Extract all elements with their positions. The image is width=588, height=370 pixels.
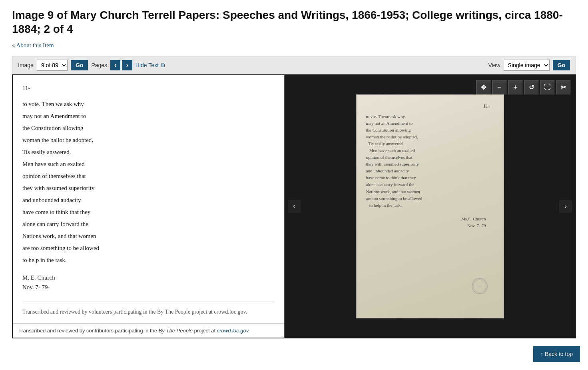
manuscript-content: 11- to vte. Thenmask why may not an Amen…	[357, 95, 504, 318]
transcript-line-11: alone can carry forward the	[22, 219, 275, 229]
manuscript-stamp: SEAL	[472, 278, 488, 294]
text-panel: 11- to vote. Then we ask why may not an …	[13, 75, 285, 338]
zoom-in-button[interactable]: +	[508, 80, 522, 94]
ms-sig-date: Nov. 7- 79	[366, 222, 494, 229]
image-label: Image	[18, 62, 34, 68]
transcript-line-7: opinion of themselves that	[22, 171, 275, 181]
view-select[interactable]: Single image	[504, 60, 550, 71]
transcript-line-14: to help in the task.	[22, 255, 275, 265]
transcript-line-5: Tis easily answered.	[22, 147, 275, 157]
manuscript-image: 11- to vte. Thenmask why may not an Amen…	[356, 94, 504, 318]
manuscript-page-number: 11-	[366, 103, 494, 109]
transcript-body: to vote. Then we ask why may not an Amen…	[22, 99, 275, 265]
transcript-line-12: Nations work, and that women	[22, 231, 275, 241]
text-content: 11- to vote. Then we ask why may not an …	[13, 75, 284, 323]
rotate-button[interactable]: ↺	[524, 80, 538, 94]
document-icon: 🗎	[160, 62, 166, 68]
image-next-button[interactable]: ›	[559, 200, 572, 213]
svg-text:SEAL: SEAL	[477, 285, 482, 287]
transcript-line-3: the Constitution allowing	[22, 123, 275, 133]
transcript-line-8: they with assumed superiority	[22, 183, 275, 193]
transcript-line-1: to vote. Then we ask why	[22, 99, 275, 109]
fullscreen-button[interactable]: ⛶	[540, 80, 554, 94]
transcript-line-9: and unbounded audacity	[22, 195, 275, 205]
handwriting: to vte. Thenmask why may not an Amendmen…	[366, 113, 494, 229]
image-prev-button[interactable]: ‹	[288, 200, 301, 213]
transcript-line-13: are too something to be allowed	[22, 243, 275, 253]
transcript-line-6: Men have such an exalted	[22, 159, 275, 169]
ms-signature: Ms.E. Church	[366, 216, 494, 222]
bottom-bar-text2: project at	[193, 328, 217, 334]
main-content: 11- to vote. Then we ask why may not an …	[12, 74, 576, 338]
view-go-button[interactable]: Go	[553, 60, 570, 70]
transcript-line-10: have come to think that they	[22, 207, 275, 217]
transcript-credit: Transcribed and reviewed by volunteers p…	[22, 302, 275, 316]
toolbar-right: View Single image Go	[488, 60, 570, 71]
image-controls: ✥ − + ↺ ⛶ ✂	[476, 80, 570, 94]
page-navigation: ‹ ›	[110, 60, 132, 70]
bottom-bar: Transcribed and reviewed by contributors…	[13, 323, 284, 338]
text-page-number: 11-	[22, 83, 275, 93]
hide-text-label: Hide Text	[136, 62, 159, 68]
toolbar-left: Image 9 of 89 Go Pages ‹ › Hide Text 🗎	[18, 60, 484, 71]
transcript-signature: M. E. Church Nov. 7- 79-	[22, 273, 275, 292]
transcript-line-2: may not an Amendment to	[22, 111, 275, 121]
bottom-bar-text: Transcribed and reviewed by contributors…	[18, 328, 159, 334]
view-label: View	[488, 62, 500, 68]
hide-text-link[interactable]: Hide Text 🗎	[136, 62, 166, 68]
about-item-link[interactable]: « About this Item	[12, 42, 54, 49]
signature-name: M. E. Church	[22, 273, 275, 282]
navigation-toolbar: Image 9 of 89 Go Pages ‹ › Hide Text 🗎 V…	[12, 56, 576, 74]
transcript-line-4: woman the ballot be adopted,	[22, 135, 275, 145]
prev-page-button[interactable]: ‹	[110, 60, 120, 70]
crowd-loc-link[interactable]: crowd.loc.gov.	[217, 328, 250, 334]
image-panel: ✥ − + ↺ ⛶ ✂ ‹ 11- to vte. Thenmask why m…	[285, 75, 575, 338]
bottom-bar-italic: By The People	[159, 328, 193, 334]
next-page-button[interactable]: ›	[122, 60, 132, 70]
image-go-button[interactable]: Go	[71, 60, 88, 70]
pages-label: Pages	[91, 62, 107, 68]
page-title: Image 9 of Mary Church Terrell Papers: S…	[12, 8, 576, 36]
scissors-button[interactable]: ✂	[556, 80, 570, 94]
signature-date: Nov. 7- 79-	[22, 282, 275, 292]
image-select[interactable]: 9 of 89	[37, 60, 68, 71]
zoom-out-button[interactable]: −	[492, 80, 506, 94]
move-tool-button[interactable]: ✥	[476, 80, 490, 94]
